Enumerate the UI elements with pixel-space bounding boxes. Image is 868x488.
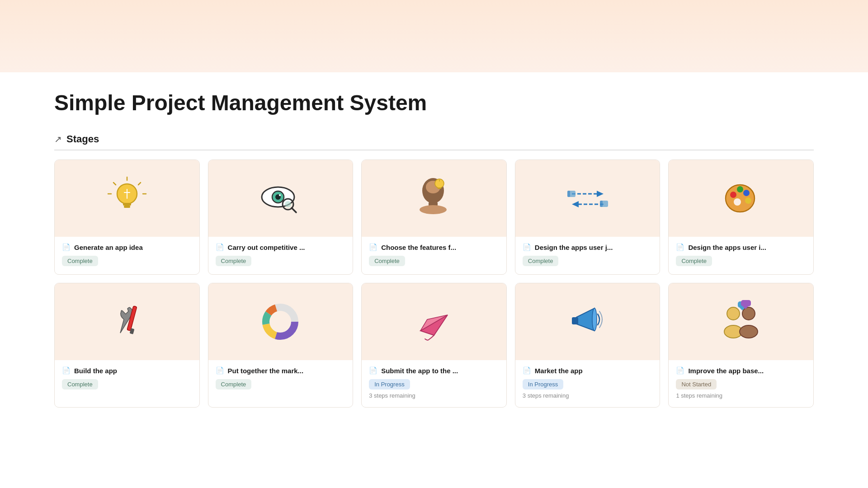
svg-point-35 [743,190,750,196]
steps-remaining: 3 steps remaining [369,392,499,399]
doc-icon: 📄 [369,243,377,251]
svg-point-36 [745,197,751,204]
card-title: 📄 Generate an app idea [62,243,192,251]
card-image-paperplane [362,283,506,360]
card-competitive-analysis[interactable]: 📄 Carry out competitive ... Complete [208,160,354,275]
svg-point-15 [285,201,291,207]
card-image-arrows [515,160,660,237]
status-badge: In Progress [369,379,410,389]
card-marketing[interactable]: 📄 Put together the mark... Complete [208,283,354,408]
svg-marker-48 [576,308,594,331]
card-improve-app[interactable]: 📄 Improve the app base... Not Started 1 … [668,283,814,408]
svg-point-51 [727,307,740,320]
card-body: 📄 Put together the mark... Complete [208,360,353,398]
svg-point-53 [742,307,755,320]
section-title: Stages [66,133,99,145]
card-body: 📄 Design the apps user j... Complete [515,237,660,274]
status-badge: Not Started [676,379,717,389]
svg-line-3 [138,183,141,185]
cards-row-1: 📄 Generate an app idea Complete [54,160,814,275]
card-title: 📄 Put together the mark... [216,366,346,375]
svg-point-45 [272,314,288,330]
card-title: 📄 Build the app [62,366,192,375]
svg-point-54 [740,325,758,338]
card-title: 📄 Choose the features f... [369,243,499,251]
card-image-lightbulb [55,160,199,237]
svg-point-34 [737,186,743,192]
svg-rect-57 [741,300,751,306]
card-build-app[interactable]: 📄 Build the app Complete [54,283,200,408]
status-badge: In Progress [523,379,563,389]
status-badge: Complete [676,256,712,266]
doc-icon: 📄 [676,243,684,251]
status-badge: Complete [523,256,559,266]
card-choose-features[interactable]: 📄 Choose the features f... Complete [361,160,507,275]
doc-icon: 📄 [523,366,531,375]
doc-icon: 📄 [523,243,531,251]
status-badge: Complete [216,256,252,266]
card-image-megaphone [515,283,660,360]
doc-icon: 📄 [369,366,377,375]
card-body: 📄 Choose the features f... Complete [362,237,506,274]
card-generate-app-idea[interactable]: 📄 Generate an app idea Complete [54,160,200,275]
steps-remaining: 3 steps remaining [523,392,653,399]
card-image-people [669,283,813,360]
card-image-eye [208,160,353,237]
svg-rect-20 [438,188,441,189]
svg-marker-27 [572,201,579,207]
steps-remaining: 1 steps remaining [676,392,806,399]
card-image-palette [669,160,813,237]
svg-rect-7 [124,206,130,208]
card-image-piechart [208,283,353,360]
svg-point-13 [279,194,281,196]
status-badge: Complete [62,256,98,266]
status-badge: Complete [216,379,252,389]
svg-point-33 [730,192,736,198]
card-title: 📄 Design the apps user i... [676,243,806,251]
card-body: 📄 Carry out competitive ... Complete [208,237,353,274]
card-body: 📄 Build the app Complete [55,360,199,398]
card-title: 📄 Submit the app to the ... [369,366,499,375]
svg-point-37 [734,198,741,206]
section-arrow: ↗ [54,134,62,145]
doc-icon: 📄 [216,243,224,251]
card-title: 📄 Design the apps user j... [523,243,653,251]
card-image-tools [55,283,199,360]
card-body: 📄 Generate an app idea Complete [55,237,199,274]
svg-rect-49 [572,317,578,324]
header-banner [0,0,868,72]
main-content: Simple Project Management System ↗ Stage… [0,72,868,434]
card-body: 📄 Submit the app to the ... In Progress … [362,360,506,407]
svg-rect-31 [600,201,603,207]
card-design-user-interface[interactable]: 📄 Design the apps user i... Complete [668,160,814,275]
card-body: 📄 Market the app In Progress 3 steps rem… [515,360,660,407]
svg-marker-25 [597,191,604,197]
card-design-user-journey[interactable]: 📄 Design the apps user j... Complete [515,160,660,275]
svg-line-2 [113,183,116,185]
card-submit-app[interactable]: 📄 Submit the app to the ... In Progress … [361,283,507,408]
doc-icon: 📄 [216,366,224,375]
doc-icon: 📄 [676,366,684,375]
section-header: ↗ Stages [54,133,814,150]
doc-icon: 📄 [62,243,71,251]
status-badge: Complete [369,256,405,266]
svg-point-50 [592,308,597,331]
svg-rect-6 [123,203,131,206]
card-title: 📄 Market the app [523,366,653,375]
svg-rect-29 [567,191,570,197]
page-title: Simple Project Management System [54,90,814,115]
card-image-head [362,160,506,237]
status-badge: Complete [62,379,98,389]
card-body: 📄 Design the apps user i... Complete [669,237,813,274]
card-market-app[interactable]: 📄 Market the app In Progress 3 steps rem… [515,283,660,408]
card-title: 📄 Carry out competitive ... [216,243,346,251]
doc-icon: 📄 [62,366,71,375]
svg-point-23 [420,205,447,214]
card-title: 📄 Improve the app base... [676,366,806,375]
card-body: 📄 Improve the app base... Not Started 1 … [669,360,813,407]
svg-line-16 [292,208,296,212]
cards-row-2: 📄 Build the app Complete [54,283,814,408]
